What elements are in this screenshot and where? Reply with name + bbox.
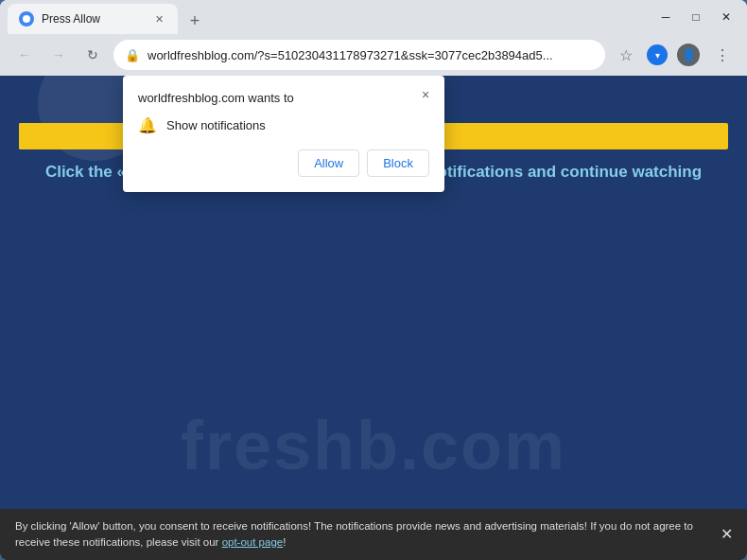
chevron-down-icon: ▾ — [655, 50, 660, 61]
popup-permission-label: Show notifications — [166, 118, 266, 132]
address-input[interactable]: 🔒 worldfreshblog.com/?s=5102304311789732… — [113, 40, 605, 70]
block-button[interactable]: Block — [367, 149, 429, 177]
opt-out-link[interactable]: opt-out page — [222, 536, 284, 548]
kebab-menu-icon: ⋮ — [715, 46, 730, 64]
url-text: worldfreshblog.com/?s=510230431178973271… — [148, 48, 594, 62]
tab-title: Press Allow — [42, 12, 144, 26]
window-controls: ─ □ ✕ — [652, 4, 739, 30]
back-icon: ← — [18, 47, 31, 62]
avatar: 👤 — [677, 44, 700, 66]
tab-favicon — [19, 11, 34, 26]
notification-permission-popup: × worldfreshblog.com wants to 🔔 Show not… — [123, 76, 444, 192]
watermark-text: freshb.com — [0, 407, 747, 484]
back-button[interactable]: ← — [11, 42, 38, 68]
new-tab-button[interactable]: + — [182, 8, 208, 34]
active-tab[interactable]: Press Allow ✕ — [8, 4, 178, 34]
forward-icon: → — [52, 47, 65, 62]
consent-text: By clicking 'Allow' button, you consent … — [15, 520, 693, 548]
profile-icon-glyph: 👤 — [682, 48, 696, 61]
popup-permission-row: 🔔 Show notifications — [138, 116, 429, 134]
consent-close-button[interactable]: ✕ — [715, 523, 738, 546]
reload-button[interactable]: ↻ — [79, 42, 106, 68]
star-icon: ☆ — [619, 46, 633, 64]
lock-icon: 🔒 — [125, 48, 140, 62]
reload-icon: ↻ — [87, 47, 98, 62]
page-content: × worldfreshblog.com wants to 🔔 Show not… — [0, 76, 747, 560]
maximize-button[interactable]: □ — [683, 4, 709, 30]
tab-close-button[interactable]: ✕ — [151, 11, 166, 26]
minimize-button[interactable]: ─ — [652, 4, 679, 30]
popup-buttons: Allow Block — [138, 149, 429, 177]
allow-button[interactable]: Allow — [298, 149, 359, 177]
bell-icon: 🔔 — [138, 116, 157, 134]
consent-text-end: ! — [283, 536, 286, 548]
consent-bar: By clicking 'Allow' button, you consent … — [0, 509, 747, 561]
popup-close-button[interactable]: × — [416, 85, 435, 104]
close-button[interactable]: ✕ — [713, 4, 739, 30]
tab-area: Press Allow ✕ + — [8, 0, 645, 34]
menu-button[interactable]: ⋮ — [709, 42, 736, 68]
bookmark-button[interactable]: ☆ — [613, 42, 639, 68]
chrome-dropdown[interactable]: ▾ — [647, 44, 668, 65]
browser-window: Press Allow ✕ + ─ □ ✕ ← → ↻ 🔒 worldfresh… — [0, 0, 747, 560]
forward-button[interactable]: → — [45, 42, 72, 68]
profile-button[interactable]: 👤 — [675, 42, 702, 68]
address-bar: ← → ↻ 🔒 worldfreshblog.com/?s=5102304311… — [0, 34, 747, 76]
title-bar: Press Allow ✕ + ─ □ ✕ — [0, 0, 747, 34]
popup-site-text: worldfreshblog.com wants to — [138, 91, 429, 105]
